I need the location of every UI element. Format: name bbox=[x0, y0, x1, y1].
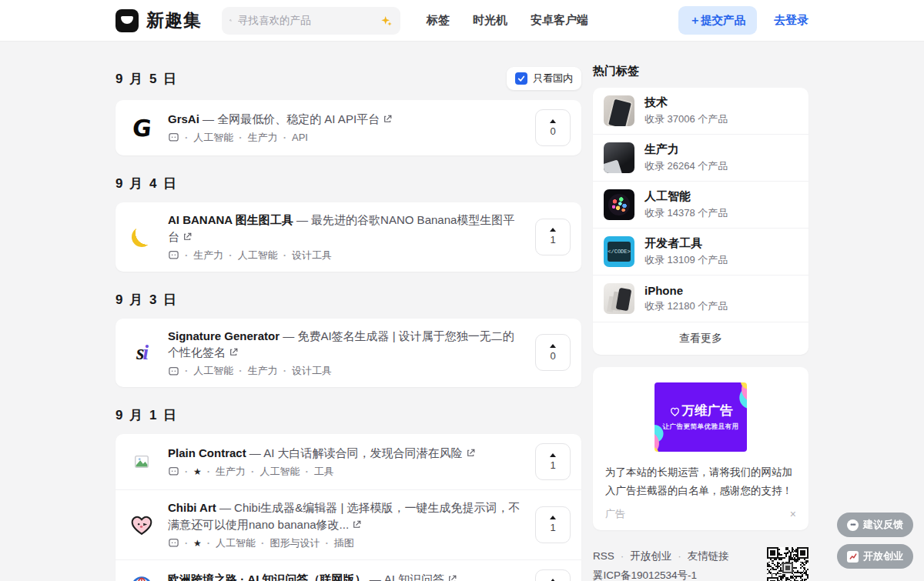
product-row[interactable]: G GrsAi — 全网最低价、稳定的 AI API平台 人工智能 生产力 AP… bbox=[116, 100, 581, 155]
external-link-icon[interactable] bbox=[182, 232, 192, 242]
product-name[interactable]: Plain Contract bbox=[168, 446, 246, 459]
open-startup-button[interactable]: 开放创业 bbox=[837, 544, 913, 569]
ad-message: 为了本站的长期运营，请将我们的网站加入广告拦截器的白名单，感谢您的支持！ bbox=[605, 463, 796, 499]
product-tagline: — 全网最低价、稳定的 AI API平台 bbox=[199, 112, 380, 125]
product-tag[interactable]: 生产力 bbox=[179, 249, 223, 262]
vote-count: 0 bbox=[550, 125, 555, 137]
product-name[interactable]: GrsAi bbox=[168, 112, 199, 125]
date-heading: 9 月 3 日 bbox=[116, 291, 178, 309]
product-tag[interactable]: 工具 bbox=[300, 465, 333, 479]
upvote-button[interactable]: 0 bbox=[535, 334, 571, 371]
sidebar-tag-tech[interactable]: 技术收录 37006 个产品 bbox=[593, 88, 808, 134]
product-tag[interactable]: 人工智能 bbox=[179, 364, 233, 378]
domestic-only-filter[interactable]: 只看国内 bbox=[507, 67, 581, 90]
comments-icon bbox=[168, 537, 179, 549]
product-tag[interactable]: 生产力 bbox=[233, 364, 277, 378]
product-tag[interactable]: 人工智能 bbox=[179, 131, 233, 145]
hot-tags-title: 热门标签 bbox=[593, 64, 808, 78]
product-group-card: si Signature Generator — 免费AI签名生成器 | 设计属… bbox=[116, 319, 581, 388]
search-input[interactable] bbox=[238, 15, 374, 26]
chibi-heart-icon bbox=[126, 509, 157, 540]
product-row[interactable]: 欧洲跨境之路 · AI 知识问答（联网版） — AI 知识问答 生产力 0 bbox=[116, 559, 581, 581]
view-more-button[interactable]: 查看更多 bbox=[593, 322, 808, 355]
external-link-icon[interactable] bbox=[229, 347, 239, 357]
ad-label: 广告 bbox=[605, 507, 625, 521]
ad-close-icon[interactable]: × bbox=[790, 509, 796, 519]
product-tag[interactable]: 人工智能 bbox=[246, 465, 300, 479]
product-tag[interactable]: 人工智能 bbox=[202, 536, 256, 550]
product-row[interactable]: si Signature Generator — 免费AI签名生成器 | 设计属… bbox=[116, 319, 581, 388]
product-tag[interactable]: API bbox=[278, 132, 308, 143]
product-group-card: Plain Contract — AI 大白话解读合同，发现合同潜在风险 ★ 生… bbox=[116, 434, 581, 581]
product-tag[interactable]: 插图 bbox=[320, 536, 353, 550]
ad-card: 万维广告 让广告更简单优雅且有用 为了本站的长期运营，请将我们的网站加入广告拦截… bbox=[593, 367, 808, 530]
product-tag[interactable]: 生产力 bbox=[233, 131, 277, 145]
upvote-button[interactable]: 1 bbox=[535, 443, 571, 480]
product-group-card: G GrsAi — 全网最低价、稳定的 AI API平台 人工智能 生产力 AP… bbox=[116, 100, 581, 155]
sparkle-icon[interactable] bbox=[380, 15, 393, 27]
external-link-icon[interactable] bbox=[383, 114, 393, 124]
product-tag[interactable]: 设计工具 bbox=[278, 364, 332, 378]
nav-link-android-client[interactable]: 安卓客户端 bbox=[531, 13, 588, 28]
product-group-card: AI BANANA 图生图工具 — 最先进的谷歌NANO Banana模型生图平… bbox=[116, 202, 581, 272]
product-row[interactable]: Plain Contract — AI 大白话解读合同，发现合同潜在风险 ★ 生… bbox=[116, 434, 581, 489]
external-link-icon[interactable] bbox=[352, 519, 362, 529]
feedback-button[interactable]: ••• 建议反馈 bbox=[837, 513, 913, 537]
upvote-button[interactable]: 1 bbox=[535, 506, 571, 543]
footer-link-open-startup[interactable]: 开放创业 bbox=[614, 547, 672, 566]
ad-banner[interactable]: 万维广告 让广告更简单优雅且有用 bbox=[654, 382, 747, 452]
sidebar: 热门标签 技术收录 37006 个产品 生产力收录 26264 个产品 人工智能… bbox=[593, 42, 808, 581]
tag-name: 人工智能 bbox=[644, 189, 798, 204]
upvote-button[interactable]: 0 bbox=[535, 569, 571, 581]
hot-tags-card: 技术收录 37006 个产品 生产力收录 26264 个产品 人工智能收录 14… bbox=[593, 88, 808, 355]
vote-count: 1 bbox=[550, 522, 555, 533]
tech-photo bbox=[604, 95, 634, 126]
external-link-icon[interactable] bbox=[466, 448, 476, 458]
comments-icon bbox=[168, 249, 179, 261]
up-arrow-icon bbox=[550, 453, 556, 457]
sidebar-tag-iphone[interactable]: iPhone收录 12180 个产品 bbox=[593, 275, 808, 322]
product-name[interactable]: Chibi Art bbox=[168, 501, 216, 514]
tag-name: iPhone bbox=[644, 284, 798, 297]
feedback-bubble-icon: ••• bbox=[847, 519, 859, 531]
footer-link-friends[interactable]: 友情链接 bbox=[671, 547, 729, 566]
external-link-icon[interactable] bbox=[447, 574, 457, 581]
sidebar-tag-productivity[interactable]: 生产力收录 26264 个产品 bbox=[593, 134, 808, 181]
upvote-button[interactable]: 0 bbox=[535, 109, 571, 146]
product-name[interactable]: Signature Generator bbox=[168, 329, 280, 342]
product-tagline: — AI 知识问答 bbox=[367, 573, 445, 581]
product-tag[interactable]: 图形与设计 bbox=[256, 536, 320, 550]
site-logo-icon[interactable] bbox=[116, 9, 139, 32]
tag-count: 收录 37006 个产品 bbox=[644, 112, 798, 126]
product-row[interactable]: AI BANANA 图生图工具 — 最先进的谷歌NANO Banana模型生图平… bbox=[116, 202, 581, 272]
submit-product-button[interactable]: ＋提交产品 bbox=[678, 6, 758, 35]
tag-count: 收录 26264 个产品 bbox=[644, 159, 798, 173]
site-title[interactable]: 新趣集 bbox=[146, 8, 202, 32]
product-name[interactable]: 欧洲跨境之路 · AI 知识问答（联网版） bbox=[168, 573, 367, 581]
nav-link-time-machine[interactable]: 时光机 bbox=[473, 13, 507, 28]
product-tag[interactable]: 人工智能 bbox=[223, 249, 277, 262]
product-tag[interactable]: 设计工具 bbox=[278, 249, 332, 262]
tag-name: 生产力 bbox=[644, 142, 798, 157]
qr-code bbox=[767, 547, 808, 581]
featured-star-icon: ★ bbox=[179, 467, 202, 476]
search-box[interactable] bbox=[222, 7, 400, 35]
sidebar-tag-devtools[interactable]: </CODE> 开发者工具收录 13109 个产品 bbox=[593, 228, 808, 275]
login-link[interactable]: 去登录 bbox=[774, 13, 808, 28]
feedback-label: 建议反馈 bbox=[863, 518, 903, 532]
comments-icon bbox=[168, 366, 179, 377]
tag-count: 收录 12180 个产品 bbox=[644, 299, 798, 313]
product-row[interactable]: Chibi Art — Chibi生成器&编辑器 | 选择模版，一键生成免提示词… bbox=[116, 489, 581, 559]
product-tag[interactable]: 生产力 bbox=[202, 465, 246, 479]
upvote-button[interactable]: 1 bbox=[535, 219, 571, 255]
footer-link-rss[interactable]: RSS bbox=[593, 547, 614, 566]
sidebar-tag-ai[interactable]: 人工智能收录 14378 个产品 bbox=[593, 181, 808, 228]
product-name[interactable]: AI BANANA 图生图工具 bbox=[168, 213, 293, 226]
vote-count: 1 bbox=[550, 234, 555, 245]
vote-count: 1 bbox=[550, 459, 555, 471]
ad-banner-title: 万维广告 bbox=[682, 402, 733, 419]
filter-label: 只看国内 bbox=[533, 72, 573, 85]
checkbox-checked-icon[interactable] bbox=[515, 72, 527, 85]
nav-link-tags[interactable]: 标签 bbox=[427, 13, 450, 28]
tag-count: 收录 13109 个产品 bbox=[644, 253, 798, 267]
